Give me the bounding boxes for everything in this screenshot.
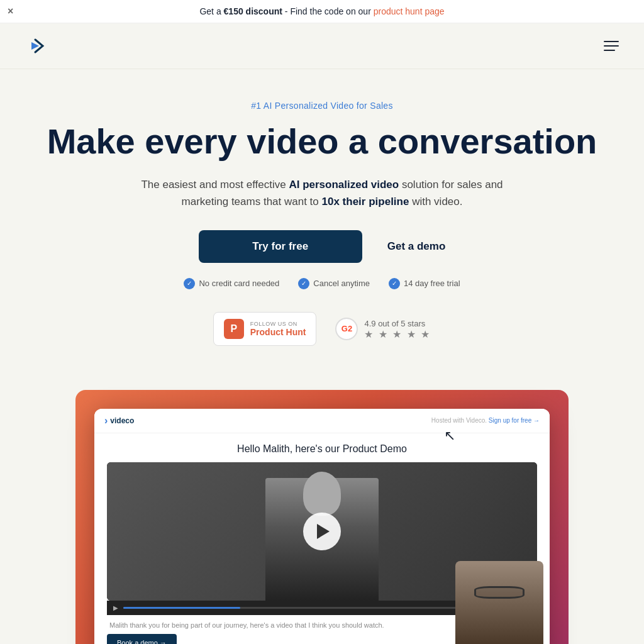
close-announcement-button[interactable]: × xyxy=(8,6,13,17)
head-shape xyxy=(303,472,341,516)
play-icon-small: ▶ xyxy=(113,604,118,611)
ph-icon: P xyxy=(224,319,244,339)
g2-rating-value: 4.9 xyxy=(364,319,375,328)
navbar xyxy=(0,23,644,69)
trust-item-2: ✓ Cancel anytime xyxy=(298,278,370,289)
play-button[interactable] xyxy=(303,513,341,550)
play-triangle-icon xyxy=(317,524,330,539)
hosted-link[interactable]: Sign up for free → xyxy=(489,417,540,424)
video-section: › videco Hosted with Videco. Sign up for… xyxy=(75,390,569,644)
cta-row: Try for free Get a demo xyxy=(25,230,619,263)
g2-rating-suffix: out of 5 stars xyxy=(376,319,426,328)
subtitle-bold2: 10x their pipeline xyxy=(322,196,409,208)
person-thumbnail xyxy=(455,561,543,644)
announcement-text: Get a €150 discount - Find the code on o… xyxy=(199,6,444,16)
g2-stars: ★ ★ ★ ★ ★ xyxy=(364,328,431,340)
announcement-prefix: Get a xyxy=(199,6,223,16)
g2-text: 4.9 out of 5 stars ★ ★ ★ ★ ★ xyxy=(364,318,431,340)
g2-rating: 4.9 out of 5 stars xyxy=(364,318,431,328)
announcement-bar: × Get a €150 discount - Find the code on… xyxy=(0,0,644,23)
announcement-bold: €150 discount xyxy=(224,6,282,16)
video-title: Hello Malith, here's our Product Demo xyxy=(107,443,537,455)
video-cta-button[interactable]: Book a demo → xyxy=(107,634,177,644)
check-icon-3: ✓ xyxy=(389,278,400,289)
check-icon-2: ✓ xyxy=(298,278,309,289)
subtitle-bold1: AI personalized video xyxy=(289,179,399,191)
product-hunt-badge[interactable]: P FOLLOW US ON Product Hunt xyxy=(213,312,317,346)
get-demo-button[interactable]: Get a demo xyxy=(387,240,446,253)
trust-row: ✓ No credit card needed ✓ Cancel anytime… xyxy=(25,278,619,289)
hamburger-menu-icon[interactable] xyxy=(604,41,619,51)
hero-section: #1 AI Personalized Video for Sales Make … xyxy=(0,69,644,390)
video-frame-header: › videco Hosted with Videco. Sign up for… xyxy=(94,409,550,433)
social-proof-row: P FOLLOW US ON Product Hunt G2 4.9 out o… xyxy=(25,312,619,346)
hosted-text: Hosted with Videco. xyxy=(431,417,487,424)
trust-label-1: No credit card needed xyxy=(199,279,279,288)
check-icon-1: ✓ xyxy=(184,278,195,289)
announcement-middle: - Find the code on our xyxy=(282,6,374,16)
ph-name: Product Hunt xyxy=(250,327,306,337)
glasses-shape xyxy=(474,586,525,599)
subtitle-post: with video. xyxy=(409,196,462,208)
g2-badge: G2 4.9 out of 5 stars ★ ★ ★ ★ ★ xyxy=(335,318,431,340)
progress-fill xyxy=(123,607,240,609)
subtitle-pre: The easiest and most effective xyxy=(141,179,289,191)
hero-subtitle: The easiest and most effective AI person… xyxy=(133,176,511,210)
person-photo xyxy=(455,561,543,644)
frame-logo: › videco xyxy=(104,415,134,426)
trust-item-3: ✓ 14 day free trial xyxy=(389,278,460,289)
g2-icon: G2 xyxy=(335,318,358,340)
try-for-free-button[interactable]: Try for free xyxy=(199,230,362,263)
announcement-link[interactable]: product hunt page xyxy=(374,6,445,16)
ph-text: FOLLOW US ON Product Hunt xyxy=(250,321,306,337)
frame-logo-chevron: › xyxy=(104,415,108,426)
frame-hosted: Hosted with Videco. Sign up for free → xyxy=(431,417,540,424)
video-outer-wrapper: › videco Hosted with Videco. Sign up for… xyxy=(0,390,644,644)
frame-logo-text: videco xyxy=(110,416,134,425)
ph-follow-label: FOLLOW US ON xyxy=(250,321,306,327)
logo[interactable] xyxy=(25,35,48,57)
hero-tag: #1 AI Personalized Video for Sales xyxy=(25,101,619,111)
hero-title: Make every video a conversation xyxy=(39,122,605,161)
trust-label-2: Cancel anytime xyxy=(313,279,370,288)
trust-label-3: 14 day free trial xyxy=(404,279,460,288)
trust-item-1: ✓ No credit card needed xyxy=(184,278,279,289)
